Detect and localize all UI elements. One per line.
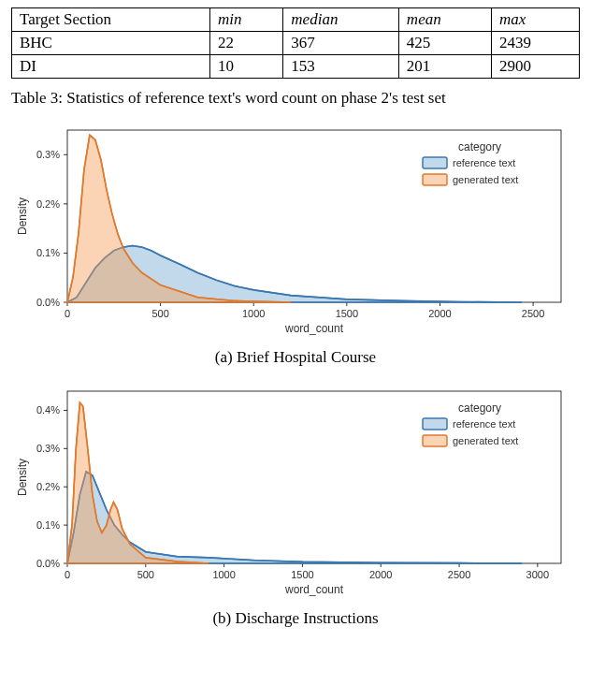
cell: 10 <box>210 55 283 79</box>
svg-rect-28 <box>67 391 561 563</box>
svg-text:2500: 2500 <box>522 308 544 319</box>
chart-di: 0500100015002000250030000.0%0.1%0.2%0.3%… <box>11 384 580 628</box>
svg-text:1000: 1000 <box>212 569 235 580</box>
svg-text:0.0%: 0.0% <box>36 558 60 569</box>
cell: 22 <box>210 32 283 55</box>
svg-text:1000: 1000 <box>242 308 265 319</box>
svg-text:0.4%: 0.4% <box>36 404 60 416</box>
svg-text:2500: 2500 <box>448 569 470 580</box>
svg-text:0.3%: 0.3% <box>36 443 60 454</box>
table-row: BHC 22 367 425 2439 <box>12 32 580 55</box>
svg-text:reference text: reference text <box>453 418 515 430</box>
row-label: BHC <box>12 32 210 55</box>
svg-text:reference text: reference text <box>453 157 515 168</box>
svg-text:0.2%: 0.2% <box>36 481 60 492</box>
svg-text:0.1%: 0.1% <box>36 247 60 258</box>
svg-text:generated text: generated text <box>453 435 518 446</box>
svg-rect-58 <box>423 435 447 446</box>
svg-text:1500: 1500 <box>291 569 313 580</box>
svg-text:Density: Density <box>16 197 29 235</box>
th-min: min <box>210 8 283 32</box>
th-target-section: Target Section <box>12 8 210 32</box>
cell: 367 <box>283 32 399 55</box>
th-median: median <box>283 8 399 32</box>
svg-text:0: 0 <box>65 308 70 319</box>
svg-text:Density: Density <box>16 459 29 496</box>
chart-bhc: 050010001500200025000.0%0.1%0.2%0.3%word… <box>11 123 580 367</box>
svg-rect-26 <box>423 174 447 185</box>
table-caption: Table 3: Statistics of reference text's … <box>11 88 580 109</box>
svg-text:1500: 1500 <box>336 308 358 319</box>
svg-text:generated text: generated text <box>453 174 518 185</box>
svg-text:3000: 3000 <box>526 569 549 580</box>
svg-text:0.3%: 0.3% <box>36 149 60 160</box>
cell: 425 <box>398 32 491 55</box>
svg-text:0: 0 <box>65 569 70 580</box>
th-max: max <box>492 8 580 32</box>
svg-text:2000: 2000 <box>369 569 392 580</box>
svg-text:category: category <box>458 140 501 153</box>
svg-text:category: category <box>458 401 501 415</box>
subplot-title-b: (b) Discharge Instructions <box>11 609 580 628</box>
density-plot-a: 050010001500200025000.0%0.1%0.2%0.3%word… <box>11 123 572 338</box>
row-label: DI <box>12 55 210 79</box>
svg-rect-56 <box>423 418 447 430</box>
cell: 201 <box>398 55 491 79</box>
density-plot-b: 0500100015002000250030000.0%0.1%0.2%0.3%… <box>11 384 572 599</box>
th-mean: mean <box>398 8 491 32</box>
svg-text:500: 500 <box>151 308 168 319</box>
svg-text:0.1%: 0.1% <box>36 519 60 531</box>
cell: 153 <box>283 55 399 79</box>
cell: 2439 <box>492 32 580 55</box>
stats-table: Target Section min median mean max BHC 2… <box>11 7 580 79</box>
svg-text:0.0%: 0.0% <box>36 297 60 308</box>
svg-rect-24 <box>423 157 447 168</box>
svg-text:word_count: word_count <box>284 583 344 596</box>
svg-text:0.2%: 0.2% <box>36 198 60 210</box>
svg-text:500: 500 <box>137 569 154 580</box>
cell: 2900 <box>492 55 580 79</box>
svg-text:word_count: word_count <box>284 322 344 335</box>
subplot-title-a: (a) Brief Hospital Course <box>11 348 580 367</box>
table-row: DI 10 153 201 2900 <box>12 55 580 79</box>
svg-text:2000: 2000 <box>428 308 451 319</box>
